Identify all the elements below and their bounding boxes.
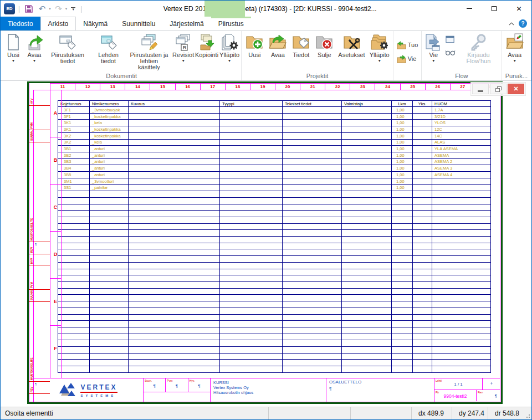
projektit-ylläpito-button[interactable]: Ylläpito▾ <box>368 32 391 63</box>
undo-button[interactable]: ↶ <box>37 3 48 14</box>
table-cell <box>220 217 283 223</box>
window-button[interactable] <box>445 35 456 44</box>
table-cell <box>58 327 90 334</box>
projektit-sulje-button[interactable]: Sulje <box>313 32 335 58</box>
projektit-tiedot-button[interactable]: Tiedot <box>290 32 312 58</box>
restore-icon <box>495 86 502 92</box>
table-row <box>58 301 491 308</box>
table-cell <box>220 301 283 308</box>
table-cell <box>342 366 392 373</box>
ruler-number: 24 <box>375 84 400 90</box>
dropdown-arrow-icon: ▾ <box>378 59 381 63</box>
table-cell <box>432 360 491 366</box>
tab-tiedosto[interactable]: Tiedosto <box>1 17 40 30</box>
ruler-number: 25 <box>400 84 425 90</box>
dokumentit-lehden-tiedot-button[interactable]: Lehden tiedot <box>91 32 125 64</box>
signature-value: ¶ <box>166 383 187 388</box>
table-cell <box>58 360 90 366</box>
button-label: Kopiointi <box>195 52 218 58</box>
dokumentit-piirustuksen-tiedot-button[interactable]: Piirustuksen tiedot <box>45 32 90 64</box>
project-info: KURSSI Vertex Systems Oy Hitsausrobotin … <box>210 378 326 402</box>
import-export-tuo-button[interactable]: Tuo <box>395 40 421 50</box>
tab-suunnittelu[interactable]: Suunnittelu <box>115 17 162 30</box>
table-cell <box>220 204 283 211</box>
table-cell <box>90 301 129 308</box>
customize-quick-access-button[interactable]: ▾ <box>69 7 77 11</box>
dokumentit-revisiot-button[interactable]: RRevisiot▾ <box>172 32 194 63</box>
tab-arkisto[interactable]: Arkisto <box>40 17 76 30</box>
glasses-button[interactable] <box>445 48 456 57</box>
mdi-restore-button[interactable] <box>490 84 507 94</box>
ruler-number: 12 <box>75 84 100 90</box>
tab-järjestelmä[interactable]: Järjestelmä <box>162 17 211 30</box>
dokumentit-piirustusten-ja-lehtien-käsittely-button[interactable]: Piirustusten ja lehtien käsittely <box>127 32 171 70</box>
button-label: Piirustuksen tiedot <box>47 52 88 64</box>
button-label: Uusi <box>248 52 260 58</box>
mdi-close-button[interactable]: ✕ <box>508 84 524 94</box>
table-cell <box>283 211 342 217</box>
drawing-canvas[interactable]: 111213141516171819202122232425262728 Koj… <box>27 81 503 404</box>
table-cell <box>283 191 342 198</box>
resize-grip[interactable] <box>524 407 531 419</box>
table-cell: _anturi <box>90 158 129 165</box>
tab-näkymä[interactable]: Näkymä <box>76 17 115 30</box>
table-cell <box>90 308 129 314</box>
help-button[interactable]: ? <box>519 19 527 28</box>
import-export-vie-button[interactable]: Vie <box>395 54 421 64</box>
zone-letter: E <box>50 299 61 304</box>
table-row <box>58 321 491 327</box>
table-row <box>58 249 491 256</box>
table-row <box>58 262 491 269</box>
table-cell: 1,00 <box>392 126 413 133</box>
dokumentit-kopiointi-button[interactable]: Kopiointi <box>195 32 218 58</box>
table-cell <box>392 197 413 204</box>
dokumentit-ylläpito-button[interactable]: Ylläpito▾ <box>219 32 240 63</box>
app-icon[interactable]: ED <box>4 3 15 14</box>
table-cell <box>58 243 90 249</box>
close-button[interactable]: ✕ <box>507 1 531 17</box>
revision-value: ¶ <box>495 393 497 398</box>
projektit-uusi-button[interactable]: Uusi <box>243 32 265 58</box>
table-cell <box>342 197 392 204</box>
projektit-asetukset-button[interactable]: Asetukset <box>336 32 366 58</box>
table-cell <box>432 256 491 263</box>
table-cell <box>90 204 129 211</box>
dokumentit-uusi-button[interactable]: Uusi▾ <box>3 32 23 63</box>
table-row: 3B4_anturi1,00ASEMA 3 <box>58 165 491 172</box>
table-cell <box>220 334 283 340</box>
table-cell <box>342 165 392 172</box>
save-button[interactable] <box>23 3 34 14</box>
table-cell <box>342 308 392 314</box>
table-cell <box>129 301 220 308</box>
maximize-button[interactable] <box>482 1 507 17</box>
column-header: Lkm <box>392 101 413 107</box>
mdi-minimize-button[interactable] <box>472 84 489 94</box>
tab-row-right: ? <box>509 17 531 30</box>
ruler-number: 18 <box>225 84 250 90</box>
projektit-avaa-button[interactable]: Avaa <box>267 32 289 58</box>
flow-vie-button[interactable]: Vie▾ <box>423 32 443 63</box>
table-cell <box>129 165 220 172</box>
collapse-ribbon-icon[interactable] <box>509 22 514 25</box>
table-row: 3M1_3vmoottori1,00 <box>58 178 491 185</box>
dokumentit-avaa-button[interactable]: Avaa▾ <box>24 32 44 63</box>
punak-avaa-button[interactable]: Avaa▾ <box>504 32 526 63</box>
undo-dropdown-icon[interactable]: ▾ <box>49 7 51 11</box>
table-cell: ALAS <box>432 139 491 146</box>
tab-piirustus[interactable]: Piirustus <box>211 17 251 30</box>
table-cell <box>413 185 432 191</box>
table-cell <box>129 353 220 360</box>
table-cell <box>58 308 90 314</box>
table-cell <box>90 281 129 288</box>
folder-import-icon <box>397 40 406 50</box>
save-icon <box>24 4 33 13</box>
table-cell <box>392 191 413 198</box>
minimize-button[interactable] <box>457 1 482 17</box>
table-cell <box>342 107 392 114</box>
table-cell <box>342 321 392 327</box>
table-cell <box>58 230 90 237</box>
table-cell <box>90 243 129 249</box>
button-label: Asetukset <box>338 52 365 58</box>
frame-line <box>50 90 50 378</box>
frame-line <box>33 378 500 378</box>
